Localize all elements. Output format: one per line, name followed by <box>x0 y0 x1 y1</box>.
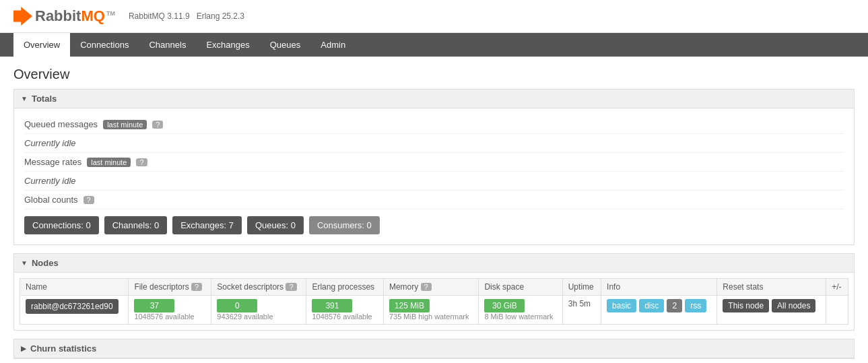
nav-item-overview[interactable]: Overview <box>13 33 70 57</box>
info-cell: basic disc 2 rss <box>601 296 717 325</box>
reset-buttons: This node All nodes <box>723 299 820 312</box>
churn-section: ▶ Churn statistics <box>13 339 855 359</box>
logo-tm-text: TM <box>106 10 115 17</box>
col-name: Name <box>20 279 129 296</box>
uptime-cell: 3h 5m <box>562 296 601 325</box>
rates-question[interactable]: ? <box>136 158 147 166</box>
info-rss-button[interactable]: rss <box>685 299 706 312</box>
global-question[interactable]: ? <box>84 196 94 204</box>
nodes-section: ▼ Nodes Name File descriptors ? Socket d… <box>13 253 855 331</box>
churn-arrow-icon: ▶ <box>21 345 26 352</box>
col-plus-minus[interactable]: +/- <box>826 279 848 296</box>
totals-section: ▼ Totals Queued messages last minute ? C… <box>13 89 855 245</box>
global-counts-label: Global counts <box>24 195 78 205</box>
socket-descriptors-sub: 943629 available <box>217 312 300 321</box>
nodes-arrow-icon: ▼ <box>21 259 28 267</box>
info-num-button[interactable]: 2 <box>667 299 682 312</box>
global-counts-row: Global counts ? <box>24 191 844 209</box>
nav-item-queues[interactable]: Queues <box>260 33 311 57</box>
main-nav: Overview Connections Channels Exchanges … <box>0 33 868 57</box>
queued-question[interactable]: ? <box>152 121 163 129</box>
file-descriptors-cell: 37 1048576 available <box>129 296 211 325</box>
logo-rabbit-text: Rabbit <box>35 7 81 24</box>
counts-row: Connections: 0 Channels: 0 Exchanges: 7 … <box>24 209 844 238</box>
queued-messages-label: Queued messages <box>24 119 98 129</box>
erlang-processes-sub: 1048576 available <box>312 312 378 321</box>
memory-value: 125 MiB <box>389 299 430 312</box>
logo-mq-text: MQ <box>81 7 104 24</box>
file-descriptors-value: 37 <box>134 299 174 312</box>
memory-cell: 125 MiB 735 MiB high watermark <box>383 296 479 325</box>
message-rates-row: Message rates last minute ? <box>24 153 844 172</box>
reset-stats-cell: This node All nodes <box>717 296 826 325</box>
erlang-processes-value: 391 <box>312 299 352 312</box>
consumers-count-button[interactable]: Consumers: 0 <box>309 216 380 234</box>
reset-this-node-button[interactable]: This node <box>723 299 769 312</box>
disk-space-sub: 8 MiB low watermark <box>484 312 556 321</box>
logo-icon <box>13 7 32 26</box>
socket-desc-question[interactable]: ? <box>286 283 296 291</box>
totals-arrow-icon: ▼ <box>21 95 28 102</box>
col-socket-descriptors: Socket descriptors ? <box>211 279 306 296</box>
nav-item-admin[interactable]: Admin <box>310 33 356 57</box>
totals-section-body: Queued messages last minute ? Currently … <box>14 108 854 244</box>
col-file-descriptors: File descriptors ? <box>129 279 211 296</box>
file-descriptors-sub: 1048576 available <box>134 312 205 321</box>
currently-idle-2: Currently idle <box>24 176 76 186</box>
header: RabbitMQTM RabbitMQ 3.11.9 Erlang 25.2.3 <box>0 0 868 33</box>
table-row: rabbit@dc673261ed90 37 1048576 available… <box>20 296 848 325</box>
currently-idle-1: Currently idle <box>24 138 76 148</box>
nav-item-connections[interactable]: Connections <box>70 33 139 57</box>
uptime-value: 3h 5m <box>568 299 591 308</box>
version-label: RabbitMQ 3.11.9 <box>129 11 190 21</box>
totals-section-label: Totals <box>32 94 57 104</box>
logo: RabbitMQTM <box>13 7 115 26</box>
node-name-cell: rabbit@dc673261ed90 <box>20 296 129 325</box>
rates-badge[interactable]: last minute <box>87 158 131 167</box>
col-disk-space: Disk space <box>479 279 562 296</box>
nav-item-channels[interactable]: Channels <box>139 33 196 57</box>
file-desc-question[interactable]: ? <box>191 283 202 291</box>
nodes-section-body: Name File descriptors ? Socket descripto… <box>14 273 854 330</box>
disk-space-value: 30 GiB <box>484 299 525 312</box>
nav-item-exchanges[interactable]: Exchanges <box>196 33 259 57</box>
page-content: Overview ▼ Totals Queued messages last m… <box>0 57 868 363</box>
nodes-table: Name File descriptors ? Socket descripto… <box>20 278 848 325</box>
info-buttons: basic disc 2 rss <box>607 299 711 312</box>
erlang-processes-cell: 391 1048576 available <box>306 296 384 325</box>
nodes-section-label: Nodes <box>32 258 59 268</box>
socket-descriptors-value: 0 <box>217 299 257 312</box>
currently-idle-1-row: Currently idle <box>24 134 844 153</box>
page-title: Overview <box>13 67 855 82</box>
churn-section-header[interactable]: ▶ Churn statistics <box>14 339 854 358</box>
node-name-button[interactable]: rabbit@dc673261ed90 <box>26 299 119 314</box>
erlang-label: Erlang 25.2.3 <box>197 11 244 21</box>
socket-descriptors-cell: 0 943629 available <box>211 296 306 325</box>
col-uptime: Uptime <box>562 279 601 296</box>
reset-all-nodes-button[interactable]: All nodes <box>772 299 815 312</box>
currently-idle-2-row: Currently idle <box>24 172 844 191</box>
churn-section-label: Churn statistics <box>30 343 96 354</box>
info-basic-button[interactable]: basic <box>607 299 636 312</box>
memory-sub: 735 MiB high watermark <box>389 312 473 321</box>
memory-question[interactable]: ? <box>421 283 432 291</box>
nodes-section-header[interactable]: ▼ Nodes <box>14 254 854 273</box>
channels-count-button[interactable]: Channels: 0 <box>104 216 167 234</box>
exchanges-count-button[interactable]: Exchanges: 7 <box>172 216 242 234</box>
info-disc-button[interactable]: disc <box>639 299 664 312</box>
queues-count-button[interactable]: Queues: 0 <box>247 216 304 234</box>
col-reset-stats: Reset stats <box>717 279 826 296</box>
queued-messages-row: Queued messages last minute ? <box>24 115 844 134</box>
queued-badge[interactable]: last minute <box>103 120 147 129</box>
col-memory: Memory ? <box>383 279 479 296</box>
plus-minus-cell <box>826 296 848 325</box>
message-rates-label: Message rates <box>24 157 81 167</box>
totals-section-header[interactable]: ▼ Totals <box>14 90 854 108</box>
col-erlang-processes: Erlang processes <box>306 279 384 296</box>
connections-count-button[interactable]: Connections: 0 <box>24 216 99 234</box>
disk-space-cell: 30 GiB 8 MiB low watermark <box>479 296 562 325</box>
col-info: Info <box>601 279 717 296</box>
